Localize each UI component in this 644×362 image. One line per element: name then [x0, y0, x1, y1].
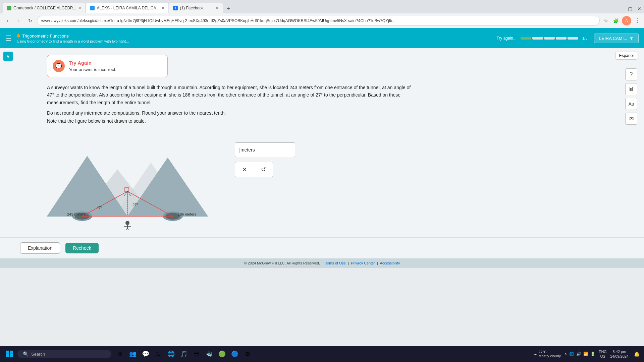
- svg-line-21: [125, 228, 127, 230]
- apps-icon-7[interactable]: 🐳: [203, 348, 215, 360]
- tab2-favicon: [90, 6, 95, 10]
- tab-1[interactable]: Gradebook / COLLEGE ALGEBR... ✕: [3, 3, 85, 13]
- answer-area: | meters ✕ ↺: [235, 142, 295, 177]
- weather-desc: Mostly cloudy: [538, 354, 561, 358]
- window-maximize[interactable]: ▢: [625, 4, 635, 13]
- recheck-btn[interactable]: Recheck: [65, 243, 98, 253]
- apps-icon-6[interactable]: 🗃: [191, 348, 203, 360]
- reload-btn[interactable]: ↻: [25, 16, 35, 25]
- user-name: LEIRA CAMI...: [599, 36, 627, 41]
- try-again-header-label: Try again...: [496, 36, 517, 41]
- footer-privacy[interactable]: Privacy Center: [351, 261, 375, 265]
- footer-terms[interactable]: Terms of Use: [324, 261, 346, 265]
- topic-dot-icon: [17, 34, 20, 38]
- apps-icon-10[interactable]: ⚙: [241, 348, 254, 360]
- notification-btn[interactable]: 🔔: [632, 349, 641, 359]
- try-again-text-block: Try Again Your answer is incorrect.: [69, 60, 116, 72]
- figure-answer-row: 47° 27° 243 meters 186 meters: [47, 129, 617, 231]
- problem-text-3: Note that the figure below is not drawn …: [47, 118, 617, 124]
- forward-btn[interactable]: ›: [14, 16, 23, 25]
- answer-unit-inline: meters: [240, 147, 255, 153]
- apps-icon-3[interactable]: 🗂: [152, 348, 164, 360]
- explanation-btn[interactable]: Explanation: [20, 242, 60, 254]
- progress-seg-5: [568, 37, 578, 40]
- tab1-close[interactable]: ✕: [78, 6, 81, 10]
- help-btn[interactable]: ?: [625, 68, 637, 80]
- profile-btn[interactable]: A: [622, 16, 631, 25]
- tab3-close[interactable]: ✕: [216, 6, 219, 10]
- apps-icon-8[interactable]: 🟢: [216, 348, 228, 360]
- answer-input-box[interactable]: | meters: [235, 142, 295, 157]
- problem-text-2: Do not round any intermediate computatio…: [47, 110, 617, 116]
- reset-btn[interactable]: ↺: [254, 162, 273, 177]
- action-buttons: ✕ ↺: [235, 162, 273, 177]
- window-close[interactable]: ✕: [635, 4, 644, 13]
- calculator-btn[interactable]: 🖩: [625, 83, 637, 95]
- tab-2[interactable]: ALEKS - LEIRA CAMILA DEL CA... ✕: [86, 3, 168, 13]
- user-dropdown-btn[interactable]: LEIRA CAMI... ▼: [594, 34, 639, 43]
- apps-icon-9[interactable]: 🔵: [229, 348, 241, 360]
- address-bar[interactable]: www-awy.aleks.com/alekscgi/x/Isl.exe/1o_…: [37, 16, 600, 26]
- wifi-icon[interactable]: 📶: [583, 352, 588, 356]
- weather-block[interactable]: ☁ 27°C Mostly cloudy: [533, 350, 561, 358]
- new-tab-btn[interactable]: +: [223, 4, 233, 13]
- svg-rect-23: [6, 351, 9, 354]
- content-area: 💬 Try Again Your answer is incorrect. A …: [0, 48, 644, 237]
- browser-chrome: Gradebook / COLLEGE ALGEBR... ✕ ALEKS - …: [0, 0, 644, 28]
- topic-label: Trigonometric Functions: [17, 34, 496, 39]
- chevron-up-icon[interactable]: ∧: [564, 352, 567, 356]
- progress-bar: [521, 37, 578, 40]
- svg-text:27°: 27°: [132, 203, 138, 207]
- weather-temp: 27°C: [538, 350, 561, 354]
- apps-icon-5[interactable]: 🎵: [178, 348, 190, 360]
- try-again-box: 💬 Try Again Your answer is incorrect.: [47, 55, 168, 77]
- espanol-btn[interactable]: Español: [615, 52, 637, 60]
- aleks-header: ☰ Trigonometric Functions Using trigonom…: [0, 28, 644, 48]
- taskbar-search[interactable]: 🔍 Search: [17, 350, 111, 358]
- start-btn[interactable]: [3, 347, 16, 361]
- apps-icon-1[interactable]: 👥: [127, 348, 139, 360]
- tab-bar: Gradebook / COLLEGE ALGEBR... ✕ ALEKS - …: [0, 0, 644, 13]
- apps-icon-2[interactable]: 💬: [140, 348, 152, 360]
- network-icon[interactable]: 🌐: [569, 352, 574, 356]
- answer-input-row: | meters: [235, 142, 295, 157]
- footer-copyright: © 2024 McGraw Hill LLC. All Rights Reser…: [244, 261, 320, 265]
- right-toolbar: ? 🖩 Aa ✉: [625, 68, 637, 125]
- problem-text-1: A surveyor wants to know the length of a…: [47, 84, 416, 106]
- volume-icon[interactable]: 🔊: [576, 352, 581, 356]
- browser-menu-btn[interactable]: ⋮: [633, 17, 641, 25]
- tab-3[interactable]: f (1) Facebook ✕: [169, 3, 223, 13]
- figure-container: 47° 27° 243 meters 186 meters: [47, 129, 208, 231]
- progress-seg-2: [532, 37, 543, 40]
- clear-btn[interactable]: ✕: [235, 162, 254, 177]
- tab2-close[interactable]: ✕: [161, 6, 164, 10]
- taskbar: 🔍 Search ⊞ 👥 💬 🗂 🌐 🎵 🗃 🐳 🟢 🔵 ⚙ ☁ 27°C Mo…: [0, 346, 644, 362]
- window-minimize[interactable]: ─: [616, 4, 625, 13]
- collapse-btn[interactable]: ∨: [3, 52, 13, 61]
- bookmark-btn[interactable]: ☆: [602, 17, 610, 25]
- clock-time: 8:42 pm: [610, 349, 629, 354]
- main-content: ∨ Español ? 🖩 Aa ✉ 💬 Try Again Your answ…: [0, 48, 644, 268]
- try-again-icon: 💬: [53, 60, 65, 72]
- progress-seg-1: [521, 37, 531, 40]
- cursor-icon: |: [238, 147, 240, 153]
- back-btn[interactable]: ‹: [3, 16, 12, 25]
- locale-text: ENG: [599, 349, 607, 354]
- taskbar-search-text: Search: [31, 352, 45, 357]
- svg-text:186 meters: 186 meters: [178, 212, 197, 216]
- battery-icon[interactable]: 🔋: [590, 352, 595, 356]
- hamburger-btn[interactable]: ☰: [5, 34, 11, 42]
- apps-icon-4[interactable]: 🌐: [165, 348, 177, 360]
- locale-block[interactable]: ENG US: [599, 349, 607, 359]
- mail-btn[interactable]: ✉: [625, 113, 637, 125]
- windows-icon: [6, 351, 13, 357]
- tab3-favicon: f: [173, 6, 178, 10]
- clock-block[interactable]: 8:42 pm 14/09/2024: [610, 349, 629, 359]
- taskview-icon[interactable]: ⊞: [114, 348, 126, 360]
- font-btn[interactable]: Aa: [625, 98, 637, 110]
- extensions-btn[interactable]: 🧩: [612, 17, 620, 25]
- nav-bar: ‹ › ↻ www-awy.aleks.com/alekscgi/x/Isl.e…: [0, 13, 644, 28]
- progress-seg-3: [544, 37, 555, 40]
- try-again-subtitle: Your answer is incorrect.: [69, 67, 116, 72]
- footer-accessibility[interactable]: Accessibility: [380, 261, 400, 265]
